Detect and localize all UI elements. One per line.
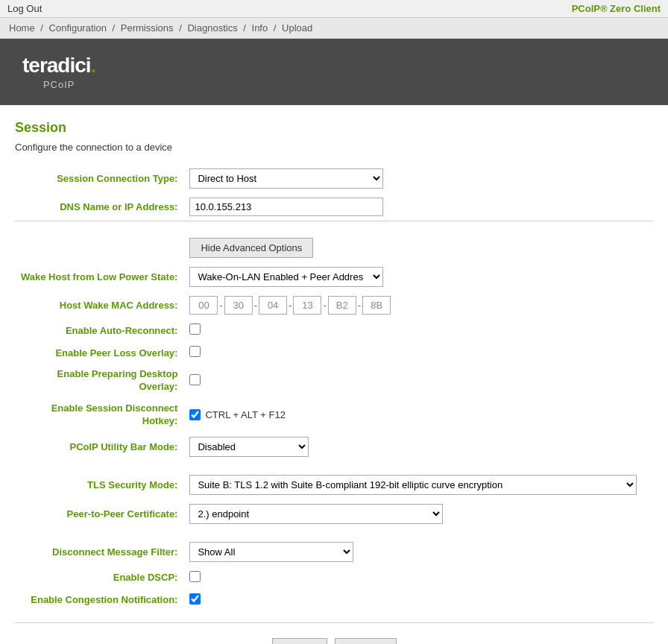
tls-row: TLS Security Mode: Suite B: TLS 1.2 with… [15, 470, 653, 499]
nav-sep3: / [179, 22, 182, 34]
app-title: PCoIP® Zero Client [572, 3, 661, 14]
peer-loss-cell [183, 341, 653, 364]
advanced-options-row: Hide Advanced Options [15, 233, 653, 262]
dns-cell [183, 193, 653, 221]
peer-cert-cell: 1.) endpoint 2.) endpoint 3.) endpoint [183, 499, 653, 528]
nav-sep5: / [274, 22, 277, 34]
congestion-checkbox[interactable] [189, 593, 201, 604]
peer-loss-label: Enable Peer Loss Overlay: [15, 341, 183, 364]
session-connection-type-row: Session Connection Type: Direct to Host … [15, 164, 653, 193]
nav-sep2: / [113, 22, 116, 34]
mac-row: Host Wake MAC Address: - - - - - [15, 291, 653, 319]
mac-sep-1: - [219, 300, 222, 311]
mac-field-5[interactable] [328, 296, 356, 315]
wake-host-row: Wake Host from Low Power State: Wake-On-… [15, 262, 653, 291]
auto-reconnect-label: Enable Auto-Reconnect: [15, 319, 183, 341]
mac-field-6[interactable] [362, 296, 391, 315]
peer-loss-row: Enable Peer Loss Overlay: [15, 341, 653, 364]
advanced-options-button[interactable]: Hide Advanced Options [189, 238, 313, 258]
dns-input[interactable] [189, 198, 383, 216]
wake-host-cell: Wake-On-LAN Enabled + Peer Addres Wake-O… [183, 262, 653, 291]
tls-cell: Suite B: TLS 1.2 with Suite B-compliant … [183, 470, 653, 499]
content: Session Configure the connection to a de… [0, 105, 668, 644]
enable-dscp-checkbox[interactable] [189, 571, 201, 582]
preparing-desktop-label: Enable Preparing Desktop Overlay: [15, 364, 183, 398]
bottom-divider [15, 622, 653, 623]
logo-text: teradici. PCoIP [22, 54, 95, 90]
tls-label: TLS Security Mode: [15, 470, 183, 499]
nav-configuration[interactable]: Configuration [49, 22, 107, 34]
action-buttons: Apply Cancel [15, 631, 653, 644]
session-disconnect-checkbox[interactable] [189, 409, 201, 420]
preparing-desktop-checkbox[interactable] [189, 374, 201, 385]
peer-cert-label: Peer-to-Peer Certificate: [15, 499, 183, 528]
disconnect-filter-cell: Show All Show Fatal Errors Only Show No … [183, 537, 653, 566]
mac-cell: - - - - - [183, 291, 653, 319]
congestion-cell [183, 589, 653, 611]
tls-select[interactable]: Suite B: TLS 1.2 with Suite B-compliant … [189, 475, 637, 495]
form-table: Session Connection Type: Direct to Host … [15, 164, 653, 611]
logo-area: teradici. PCoIP [0, 39, 668, 105]
mac-sep-3: - [289, 300, 292, 311]
preparing-desktop-row: Enable Preparing Desktop Overlay: [15, 364, 653, 398]
divider-row-1 [15, 221, 653, 234]
utility-bar-row: PCoIP Utility Bar Mode: Disabled Enabled [15, 432, 653, 461]
auto-reconnect-row: Enable Auto-Reconnect: [15, 319, 653, 341]
spacer-row-2 [15, 528, 653, 537]
mac-sep-5: - [358, 300, 361, 311]
disconnect-filter-select[interactable]: Show All Show Fatal Errors Only Show No … [189, 542, 353, 562]
session-disconnect-label: Enable Session Disconnect Hotkey: [15, 398, 183, 432]
wake-host-label: Wake Host from Low Power State: [15, 262, 183, 291]
dns-label: DNS Name or IP Address: [15, 193, 183, 221]
nav-home[interactable]: Home [9, 22, 35, 34]
mac-label: Host Wake MAC Address: [15, 291, 183, 319]
spacer-row-1 [15, 461, 653, 470]
disconnect-filter-label: Disconnect Message Filter: [15, 537, 183, 566]
hotkey-label: CTRL + ALT + F12 [205, 409, 285, 420]
auto-reconnect-checkbox[interactable] [189, 323, 201, 335]
nav-upload[interactable]: Upload [282, 22, 312, 34]
logo-pcoip: PCoIP [22, 79, 95, 90]
mac-sep-4: - [323, 300, 326, 311]
auto-reconnect-cell [183, 319, 653, 341]
section-description: Configure the connection to a device [15, 142, 653, 153]
mac-field-4[interactable] [293, 296, 321, 315]
mac-sep-2: - [254, 300, 257, 311]
logo: teradici. PCoIP [22, 54, 95, 90]
nav-diagnostics[interactable]: Diagnostics [187, 22, 237, 34]
session-connection-type-select[interactable]: Direct to Host Direct to Host + SLP Host… [189, 168, 383, 189]
section-title: Session [15, 120, 653, 136]
nav-sep4: / [243, 22, 246, 34]
peer-cert-row: Peer-to-Peer Certificate: 1.) endpoint 2… [15, 499, 653, 528]
enable-dscp-cell [183, 566, 653, 589]
wake-host-select[interactable]: Wake-On-LAN Enabled + Peer Addres Wake-O… [189, 267, 383, 287]
nav-permissions[interactable]: Permissions [121, 22, 174, 34]
congestion-label: Enable Congestion Notification: [15, 589, 183, 611]
preparing-desktop-cell [183, 364, 653, 398]
top-bar: Log Out PCoIP® Zero Client [0, 0, 668, 18]
hotkey-wrap: CTRL + ALT + F12 [189, 409, 647, 420]
apply-button[interactable]: Apply [272, 638, 328, 644]
utility-bar-cell: Disabled Enabled [183, 432, 653, 461]
peer-cert-select[interactable]: 1.) endpoint 2.) endpoint 3.) endpoint [189, 504, 443, 524]
cancel-button[interactable]: Cancel [335, 638, 396, 644]
logout-link[interactable]: Log Out [7, 3, 42, 14]
mac-field-2[interactable] [224, 296, 253, 315]
nav-info[interactable]: Info [252, 22, 268, 34]
nav-sep1: / [40, 22, 43, 34]
mac-field-3[interactable] [259, 296, 287, 315]
mac-group: - - - - - [189, 296, 647, 315]
utility-bar-label: PCoIP Utility Bar Mode: [15, 432, 183, 461]
enable-dscp-row: Enable DSCP: [15, 566, 653, 589]
enable-dscp-label: Enable DSCP: [15, 566, 183, 589]
dns-row: DNS Name or IP Address: [15, 193, 653, 221]
session-disconnect-cell: CTRL + ALT + F12 [183, 398, 653, 432]
session-disconnect-row: Enable Session Disconnect Hotkey: CTRL +… [15, 398, 653, 432]
utility-bar-select[interactable]: Disabled Enabled [189, 437, 309, 457]
session-connection-type-cell: Direct to Host Direct to Host + SLP Host… [183, 164, 653, 193]
peer-loss-checkbox[interactable] [189, 346, 201, 357]
nav-bar: Home / Configuration / Permissions / Dia… [0, 18, 668, 39]
mac-field-1[interactable] [189, 296, 218, 315]
congestion-row: Enable Congestion Notification: [15, 589, 653, 611]
disconnect-filter-row: Disconnect Message Filter: Show All Show… [15, 537, 653, 566]
